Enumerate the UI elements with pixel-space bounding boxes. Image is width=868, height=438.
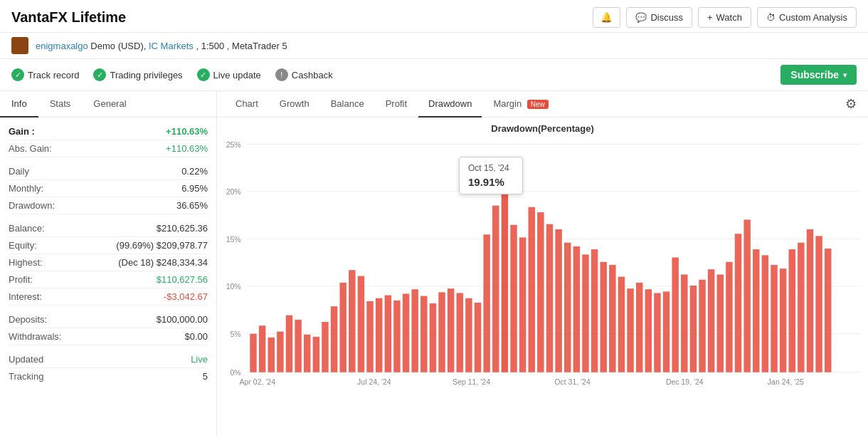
bar-51: [699, 280, 705, 372]
bar-59: [771, 265, 777, 372]
bar-27: [483, 234, 489, 372]
subscribe-button[interactable]: Subscribe ▾: [780, 65, 857, 85]
custom-analysis-button[interactable]: ⏱ Custom Analysis: [757, 7, 857, 28]
page-header: VantaFX Lifetime 🔔 💬 Discuss + Watch ⏱ C…: [0, 0, 868, 33]
drawdown-value: 36.65%: [176, 200, 208, 211]
username-link[interactable]: enigmaxalgo: [36, 41, 88, 51]
bar-46: [654, 293, 660, 372]
bar-62: [798, 243, 804, 372]
bar-1: [250, 334, 256, 372]
bar-34: [546, 224, 553, 372]
subheader: enigmaxalgo Demo (USD), IC Markets , 1:5…: [0, 33, 868, 59]
bar-43: [627, 288, 633, 372]
badge-cashback-label: Cashback: [292, 70, 333, 80]
bar-64: [815, 236, 822, 372]
stat-profit: Profit: $110,627.56: [9, 271, 208, 288]
abs-gain-value: +110.63%: [166, 143, 208, 154]
bar-3: [268, 338, 275, 372]
bar-8: [313, 337, 319, 372]
monthly-label: Monthly:: [9, 183, 43, 194]
chart-title: Drawdown(Percentage): [217, 123, 868, 134]
watch-label: Watch: [716, 12, 742, 23]
spacer-3: [9, 306, 208, 311]
tab-margin[interactable]: Margin New: [483, 91, 558, 118]
watch-button[interactable]: + Watch: [698, 7, 751, 28]
new-badge: New: [527, 100, 549, 109]
bar-23: [448, 288, 454, 372]
bar-31: [519, 237, 526, 372]
bar-54: [726, 262, 732, 372]
stat-balance: Balance: $210,625.36: [9, 220, 208, 237]
badge-live-update: ✓ Live update: [197, 68, 261, 81]
tab-drawdown[interactable]: Drawdown: [418, 91, 482, 118]
right-panel: Chart Growth Balance Profit Drawdown Mar…: [217, 91, 868, 437]
chart-tabs: Chart Growth Balance Profit Drawdown Mar…: [217, 91, 868, 118]
chevron-down-icon: ▾: [843, 71, 847, 79]
bar-35: [555, 229, 561, 372]
stats-content: Gain : +110.63% Abs. Gain: +110.63% Dail…: [0, 118, 216, 437]
bar-40: [600, 262, 606, 372]
spacer-2: [9, 214, 208, 220]
tab-chart[interactable]: Chart: [226, 91, 268, 118]
bar-20: [420, 296, 427, 372]
main-content: Info Stats General Gain : +110.63% Abs. …: [0, 91, 868, 437]
updated-label: Updated: [9, 354, 43, 365]
profit-label: Profit:: [9, 274, 33, 285]
stat-withdrawals: Withdrawals: $0.00: [9, 328, 208, 345]
bar-13: [358, 276, 364, 372]
bar-44: [636, 283, 642, 372]
bar-5: [286, 316, 292, 372]
svg-text:0%: 0%: [230, 369, 240, 377]
badge-live-label: Live update: [213, 70, 261, 80]
bar-58: [762, 255, 768, 372]
badges-bar: ✓ Track record ✓ Trading privileges ✓ Li…: [0, 59, 868, 91]
bar-30: [510, 225, 517, 372]
bar-9: [322, 322, 328, 372]
stat-highest: Highest: (Dec 18) $248,334.34: [9, 254, 208, 271]
bar-16: [385, 296, 391, 372]
tab-growth[interactable]: Growth: [270, 91, 319, 118]
bar-32: [529, 207, 535, 372]
equity-label: Equity:: [9, 240, 37, 251]
tab-info[interactable]: Info: [0, 91, 38, 118]
notify-button[interactable]: 🔔: [593, 7, 620, 28]
daily-label: Daily: [9, 166, 29, 177]
bar-36: [564, 243, 571, 372]
spacer-1: [9, 157, 208, 163]
withdrawals-value: $0.00: [184, 331, 208, 342]
bar-38: [582, 254, 588, 372]
svg-text:Jul 24, '24: Jul 24, '24: [357, 378, 391, 386]
bar-7: [304, 335, 310, 372]
tab-stats[interactable]: Stats: [38, 91, 83, 118]
bar-52: [708, 269, 714, 372]
stat-equity: Equity: (99.69%) $209,978.77: [9, 237, 208, 254]
broker-link[interactable]: IC Markets: [149, 41, 194, 51]
balance-value: $210,625.36: [157, 223, 208, 234]
deposits-value: $100,000.00: [157, 314, 208, 325]
badge-trading-privileges: ✓ Trading privileges: [93, 68, 182, 81]
check-icon-track: ✓: [11, 68, 24, 81]
stat-monthly: Monthly: 6.95%: [9, 180, 208, 197]
svg-text:5%: 5%: [230, 330, 240, 338]
settings-icon[interactable]: ⚙: [842, 93, 859, 115]
stat-tracking: Tracking 5: [9, 368, 208, 385]
discuss-button[interactable]: 💬 Discuss: [626, 7, 692, 28]
bar-17: [393, 301, 400, 372]
discuss-icon: 💬: [635, 12, 647, 23]
badge-cashback: ! Cashback: [275, 68, 333, 81]
tab-balance[interactable]: Balance: [321, 91, 374, 118]
subscribe-area: Subscribe ▾: [780, 65, 857, 85]
bar-18: [403, 293, 409, 372]
tab-general[interactable]: General: [82, 91, 137, 118]
bar-39: [591, 249, 598, 372]
stat-drawdown: Drawdown: 36.65%: [9, 197, 208, 214]
svg-text:Sep 11, '24: Sep 11, '24: [452, 378, 490, 386]
equity-value: (99.69%) $209,978.77: [116, 240, 208, 251]
bar-6: [295, 320, 301, 372]
gain-value: +110.63%: [166, 126, 208, 137]
left-tabs: Info Stats General: [0, 91, 216, 118]
tracking-label: Tracking: [9, 371, 43, 382]
bar-61: [789, 249, 795, 372]
interest-label: Interest:: [9, 291, 42, 302]
tab-profit[interactable]: Profit: [376, 91, 417, 118]
